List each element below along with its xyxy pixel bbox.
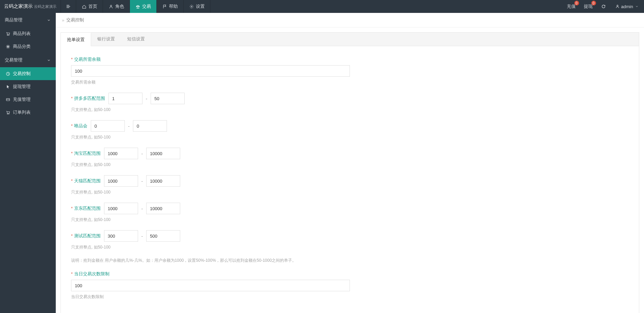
sidebar-item-label: 订单列表 bbox=[13, 109, 31, 115]
range-help: 只支持整点, 如50-100 bbox=[71, 162, 629, 168]
range-help: 只支持整点, 如50-100 bbox=[71, 107, 629, 113]
range-to-input[interactable] bbox=[146, 203, 180, 214]
recharge-link[interactable]: 充值 0 bbox=[563, 0, 580, 13]
nav-item-user[interactable]: 角色 bbox=[103, 0, 130, 13]
required-star: * bbox=[71, 96, 73, 101]
user-icon bbox=[108, 4, 113, 9]
range-dash: - bbox=[141, 206, 143, 211]
daily-limit-input[interactable] bbox=[71, 280, 350, 291]
admin-menu[interactable]: admin bbox=[610, 0, 644, 13]
nav-item-label: 交易 bbox=[142, 3, 151, 10]
range-to-input[interactable] bbox=[146, 175, 180, 187]
sidebar-toggle[interactable] bbox=[61, 0, 76, 13]
balance-input[interactable] bbox=[71, 65, 350, 77]
svg-rect-6 bbox=[6, 98, 10, 101]
nav-item-label: 角色 bbox=[115, 3, 124, 10]
range-dash: - bbox=[141, 151, 143, 156]
daily-limit-help: 当日交易次数限制 bbox=[71, 294, 629, 300]
daily-limit-label: 当日交易次数限制 bbox=[74, 271, 109, 277]
sidebar-item[interactable]: 充值管理 bbox=[0, 93, 56, 106]
sidebar-item[interactable]: 交易控制 bbox=[0, 67, 56, 80]
sidebar-group-title[interactable]: 交易管理 bbox=[0, 53, 56, 67]
withdraw-link[interactable]: 提现 0 bbox=[580, 0, 597, 13]
refresh-icon bbox=[601, 4, 606, 9]
sidebar-item[interactable]: 订单列表 bbox=[0, 106, 56, 119]
required-star: * bbox=[71, 206, 73, 211]
range-from-input[interactable] bbox=[108, 93, 142, 104]
sidebar-item[interactable]: 商品列表 bbox=[0, 27, 56, 40]
hamburger-icon bbox=[66, 4, 71, 9]
home-icon bbox=[82, 4, 86, 9]
panel: 抢单设置银行设置短信设置 * 交易所需余额 交易所需余额 *拼多多匹配范围-只支… bbox=[61, 32, 639, 313]
brand-title: 云码之家演示 bbox=[4, 3, 33, 10]
withdraw-badge: 0 bbox=[591, 1, 596, 5]
sidebar-item-label: 商品分类 bbox=[13, 43, 31, 50]
tab[interactable]: 银行设置 bbox=[91, 33, 121, 46]
refresh-button[interactable] bbox=[597, 0, 610, 13]
required-star: * bbox=[71, 57, 73, 62]
svg-point-7 bbox=[7, 113, 8, 114]
nav-item-scale[interactable]: 交易 bbox=[130, 0, 157, 13]
tabs: 抢单设置银行设置短信设置 bbox=[61, 33, 639, 46]
breadcrumb: » 交易控制 bbox=[56, 13, 644, 27]
field-range-tmall: *天猫匹配范围-只支持整点, 如50-100 bbox=[71, 175, 629, 195]
range-help: 只支持整点, 如50-100 bbox=[71, 217, 629, 223]
required-star: * bbox=[71, 179, 73, 183]
main: » 交易控制 抢单设置银行设置短信设置 * 交易所需余额 交易所需余额 *拼多多… bbox=[56, 13, 644, 313]
top-nav: 首页角色交易帮助设置 bbox=[76, 0, 210, 13]
sidebar-item-label: 充值管理 bbox=[13, 96, 31, 103]
sidebar-group-label: 交易管理 bbox=[5, 57, 22, 63]
field-range-vip: *唯品会-只支持整点, 如50-100 bbox=[71, 120, 629, 140]
range-to-input[interactable] bbox=[133, 120, 167, 132]
range-from-input[interactable] bbox=[104, 203, 138, 214]
page-title: 交易控制 bbox=[66, 17, 84, 23]
range-to-input[interactable] bbox=[146, 148, 180, 159]
required-star: * bbox=[71, 272, 73, 276]
range-label: 天猫匹配范围 bbox=[74, 178, 101, 184]
field-range-test: *测试匹配范围-只支持整点, 如50-100 bbox=[71, 230, 629, 250]
range-from-input[interactable] bbox=[104, 175, 138, 187]
range-label: 京东匹配范围 bbox=[74, 205, 101, 211]
range-help: 只支持整点, 如50-100 bbox=[71, 134, 629, 140]
withdraw-label: 提现 bbox=[584, 3, 593, 10]
user-icon bbox=[615, 4, 620, 9]
cart2-icon bbox=[5, 110, 10, 115]
sidebar-group-title[interactable]: 商品管理 bbox=[0, 13, 56, 27]
admin-label: admin bbox=[621, 4, 633, 9]
topbar-right: 充值 0 提现 0 admin bbox=[563, 0, 644, 13]
required-star: * bbox=[71, 151, 73, 156]
range-from-input[interactable] bbox=[104, 148, 138, 159]
range-to-input[interactable] bbox=[146, 230, 180, 242]
range-label: 测试匹配范围 bbox=[74, 233, 101, 239]
nav-item-home[interactable]: 首页 bbox=[76, 0, 103, 13]
range-to-input[interactable] bbox=[151, 93, 185, 104]
range-label: 淘宝匹配范围 bbox=[74, 150, 101, 156]
sidebar-item[interactable]: 提现管理 bbox=[0, 80, 56, 93]
svg-point-8 bbox=[9, 113, 9, 114]
balance-help: 交易所需余额 bbox=[71, 79, 629, 85]
chevron-right-icon: » bbox=[62, 18, 64, 23]
balance-label: 交易所需余额 bbox=[74, 56, 101, 62]
field-range-jd: *京东匹配范围-只支持整点, 如50-100 bbox=[71, 203, 629, 223]
brand-subtitle: 云码之家演示 bbox=[34, 4, 56, 9]
required-star: * bbox=[71, 124, 73, 128]
field-balance: * 交易所需余额 交易所需余额 bbox=[71, 56, 629, 85]
range-from-input[interactable] bbox=[91, 120, 125, 132]
sidebar-item[interactable]: 商品分类 bbox=[0, 40, 56, 53]
range-dash: - bbox=[141, 234, 143, 239]
tab[interactable]: 抢单设置 bbox=[61, 33, 91, 46]
pointer-icon bbox=[5, 84, 10, 89]
svg-point-0 bbox=[110, 5, 112, 6]
sidebar: 商品管理商品列表商品分类交易管理交易控制提现管理充值管理订单列表 bbox=[0, 13, 56, 313]
topbar: 云码之家演示 云码之家演示 首页角色交易帮助设置 充值 0 提现 0 admin bbox=[0, 0, 644, 13]
cart-icon bbox=[5, 31, 10, 36]
field-daily-limit: * 当日交易次数限制 当日交易次数限制 bbox=[71, 271, 629, 300]
svg-point-3 bbox=[7, 35, 8, 35]
range-from-input[interactable] bbox=[104, 230, 138, 242]
tab[interactable]: 短信设置 bbox=[121, 33, 151, 46]
nav-item-label: 帮助 bbox=[169, 3, 178, 10]
nav-item-gear[interactable]: 设置 bbox=[184, 0, 210, 13]
flag-icon bbox=[162, 4, 167, 9]
range-label: 唯品会 bbox=[74, 123, 87, 129]
nav-item-flag[interactable]: 帮助 bbox=[157, 0, 184, 13]
